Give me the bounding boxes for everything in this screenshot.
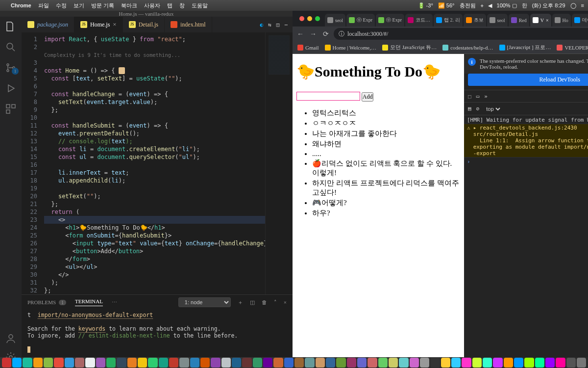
more-tabs-icon[interactable]: »: [484, 93, 488, 100]
dock-app-icon[interactable]: [410, 358, 419, 368]
dock-app-icon[interactable]: [263, 358, 272, 368]
dock-app-icon[interactable]: [148, 358, 157, 368]
dock-app-icon[interactable]: [65, 358, 74, 368]
tab-package-json[interactable]: package.json: [22, 17, 74, 32]
dock-app-icon[interactable]: [347, 358, 356, 368]
trash-icon[interactable]: 🗑: [262, 299, 267, 305]
split-editor-icon[interactable]: ◫: [276, 22, 280, 28]
dock-app-icon[interactable]: [284, 358, 294, 368]
dock-app-icon[interactable]: [524, 358, 534, 368]
bookmark-item[interactable]: 모던 JavaScript 튜…: [382, 44, 437, 51]
menu-item[interactable]: 수정: [56, 2, 67, 9]
close-icon[interactable]: ×: [113, 21, 116, 28]
dock-app-icon[interactable]: [169, 358, 178, 368]
dock-app-icon[interactable]: [221, 358, 231, 368]
dock-app-icon[interactable]: [305, 358, 314, 368]
dock-app-icon[interactable]: [242, 358, 251, 368]
todo-input[interactable]: [296, 92, 360, 101]
new-terminal-icon[interactable]: ＋: [238, 299, 243, 306]
dock-app-icon[interactable]: [117, 358, 126, 368]
reload-button[interactable]: ⟳: [321, 30, 331, 38]
bookmark-item[interactable]: Gmail: [297, 45, 319, 51]
dock-app-icon[interactable]: [368, 358, 377, 368]
more-icon[interactable]: ⋯: [284, 22, 288, 28]
dock-app-icon[interactable]: [326, 358, 335, 368]
dock-app-icon[interactable]: [462, 358, 471, 368]
dock-app-icon[interactable]: [483, 358, 492, 368]
browser-tab[interactable]: ⓔ Expr: [346, 14, 375, 26]
dock-app-icon[interactable]: [420, 358, 429, 368]
browser-tab[interactable]: seol: [487, 14, 508, 26]
browser-tab[interactable]: 데이: [572, 14, 588, 26]
tab-home-js[interactable]: JSHome.js×: [74, 17, 123, 32]
bookmark-item[interactable]: [Javascript ] 프로…: [499, 44, 551, 51]
menu-item[interactable]: 탭: [167, 2, 172, 9]
forward-button[interactable]: →: [308, 30, 318, 38]
dock-app-icon[interactable]: [316, 358, 325, 368]
terminal-select[interactable]: 1: node: [178, 297, 231, 307]
browser-tab[interactable]: Red: [509, 14, 529, 26]
inspect-icon[interactable]: ⬚: [468, 93, 471, 100]
dock-app-icon[interactable]: [556, 358, 565, 368]
dock-app-icon[interactable]: [127, 358, 137, 368]
tab-detail-js[interactable]: JSDetail.js: [123, 17, 165, 32]
dock-app-icon[interactable]: [253, 358, 262, 368]
dock-app-icon[interactable]: [545, 358, 555, 368]
dock-app-icon[interactable]: [232, 358, 241, 368]
browser-tab[interactable]: seol: [325, 14, 345, 26]
battery-indicator[interactable]: 100% ▢: [497, 2, 517, 9]
dock-app-icon[interactable]: [12, 358, 22, 368]
volume-icon[interactable]: ◀︎: [488, 2, 492, 9]
site-info-icon[interactable]: ⓘ: [339, 30, 344, 38]
dock-app-icon[interactable]: [514, 358, 523, 368]
menu-item[interactable]: 파일: [38, 2, 49, 9]
add-button[interactable]: Add: [362, 92, 374, 102]
dock-app-icon[interactable]: [441, 358, 450, 368]
dock-app-icon[interactable]: [577, 358, 586, 368]
browser-tab[interactable]: Ho: [552, 14, 571, 26]
dock-app-icon[interactable]: [504, 358, 513, 368]
dock-app-icon[interactable]: [200, 358, 210, 368]
browser-tab[interactable]: ⓔ Expr: [376, 14, 404, 26]
device-icon[interactable]: ▭: [476, 93, 480, 100]
console-output[interactable]: [HMR] Waiting for update signal from WDS…: [464, 115, 588, 357]
dock-app-icon[interactable]: [211, 358, 220, 368]
close-icon[interactable]: ×: [284, 299, 287, 305]
bookmark-item[interactable]: codestates/help-d…: [442, 45, 493, 51]
browser-tab[interactable]: 초보: [464, 14, 486, 26]
dock-app-icon[interactable]: [535, 358, 544, 368]
account-icon[interactable]: [5, 333, 17, 344]
dock-app-icon[interactable]: [389, 358, 398, 368]
code-content[interactable]: import React, { useState } from "react";…: [42, 32, 265, 294]
bookmark-item[interactable]: VELOPERT.LOG: [557, 45, 588, 51]
console-prompt[interactable]: ›: [464, 158, 588, 166]
dock-app-icon[interactable]: [179, 358, 189, 368]
dock-app-icon[interactable]: [85, 358, 95, 368]
menu-item[interactable]: 방문 기록: [91, 2, 114, 9]
run-debug-icon[interactable]: [5, 82, 17, 94]
sidebar-toggle-icon[interactable]: ▤: [468, 105, 471, 112]
menu-item[interactable]: 창: [179, 2, 185, 9]
control-center-icon[interactable]: ≡: [581, 2, 584, 8]
clear-console-icon[interactable]: ⊘: [476, 105, 480, 112]
dock-app-icon[interactable]: [399, 358, 408, 368]
source-control-icon[interactable]: 1: [5, 62, 17, 74]
menu-item[interactable]: 보기: [74, 2, 84, 9]
tab-index-html[interactable]: index.html: [165, 17, 212, 32]
dock-app-icon[interactable]: [96, 358, 105, 368]
dock-app-icon[interactable]: [357, 358, 367, 368]
dock-app-icon[interactable]: [23, 358, 32, 368]
terminal-tab[interactable]: TERMINAL: [75, 298, 103, 306]
explorer-icon[interactable]: [5, 21, 17, 32]
reload-devtools-button[interactable]: Reload DevTools: [468, 74, 588, 86]
app-name[interactable]: Chrome: [11, 2, 31, 8]
dock-app-icon[interactable]: [451, 358, 461, 368]
dock-app-icon[interactable]: [75, 358, 84, 368]
dock-app-icon[interactable]: [430, 358, 440, 368]
clock[interactable]: (화) 오후 8:29: [532, 2, 565, 9]
menu-item[interactable]: 도움말: [192, 2, 208, 9]
dock-app-icon[interactable]: [159, 358, 168, 368]
chevron-up-icon[interactable]: ˄: [274, 299, 277, 306]
search-icon[interactable]: [5, 41, 17, 53]
dock-app-icon[interactable]: [33, 358, 43, 368]
